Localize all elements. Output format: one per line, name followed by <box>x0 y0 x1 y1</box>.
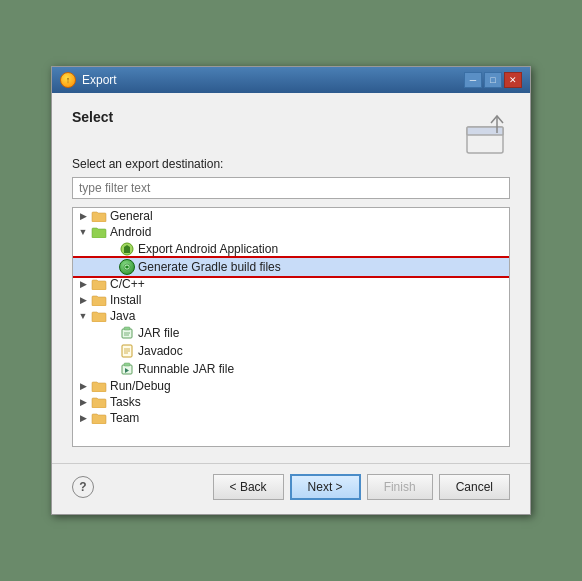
title-bar-left: ↑ Export <box>60 72 117 88</box>
tree-item-run-debug[interactable]: ▶ Run/Debug <box>73 378 509 394</box>
toggle-team: ▶ <box>77 412 89 424</box>
toggle-jar-file <box>105 327 117 339</box>
window-controls: ─ □ ✕ <box>464 72 522 88</box>
label-run-debug: Run/Debug <box>110 379 171 393</box>
label-java: Java <box>110 309 135 323</box>
tree-container[interactable]: ▶ General ▼ Android <box>72 207 510 447</box>
android-app-icon <box>119 241 135 257</box>
toggle-install: ▶ <box>77 294 89 306</box>
footer-buttons: < Back Next > Finish Cancel <box>213 474 510 500</box>
description-text: Select an export destination: <box>72 157 510 171</box>
minimize-button[interactable]: ─ <box>464 72 482 88</box>
next-button[interactable]: Next > <box>290 474 361 500</box>
close-button[interactable]: ✕ <box>504 72 522 88</box>
toggle-javadoc <box>105 345 117 357</box>
gradle-icon <box>119 259 135 275</box>
svg-rect-6 <box>124 327 130 330</box>
tree-item-team[interactable]: ▶ Team <box>73 410 509 426</box>
toggle-java: ▼ <box>77 310 89 322</box>
tree-item-runnable-jar[interactable]: Runnable JAR file <box>73 360 509 378</box>
folder-icon-java <box>91 310 107 322</box>
toggle-runnable-jar <box>105 363 117 375</box>
folder-icon-install <box>91 294 107 306</box>
folder-icon-cpp <box>91 278 107 290</box>
jar-file-icon <box>119 325 135 341</box>
toggle-tasks: ▶ <box>77 396 89 408</box>
tree-item-export-android-app[interactable]: Export Android Application <box>73 240 509 258</box>
toggle-cpp: ▶ <box>77 278 89 290</box>
folder-icon-team <box>91 412 107 424</box>
tree-item-install[interactable]: ▶ Install <box>73 292 509 308</box>
svg-rect-5 <box>122 329 132 338</box>
dialog-icon: ↑ <box>60 72 76 88</box>
tree-item-general[interactable]: ▶ General <box>73 208 509 224</box>
label-export-android-app: Export Android Application <box>138 242 278 256</box>
folder-icon-run-debug <box>91 380 107 392</box>
help-button[interactable]: ? <box>72 476 94 498</box>
dialog-footer: ? < Back Next > Finish Cancel <box>52 463 530 514</box>
tree-item-generate-gradle[interactable]: Generate Gradle build files <box>73 258 509 276</box>
footer-left: ? <box>72 476 94 498</box>
restore-button[interactable]: □ <box>484 72 502 88</box>
tree-item-cpp[interactable]: ▶ C/C++ <box>73 276 509 292</box>
cancel-button[interactable]: Cancel <box>439 474 510 500</box>
back-button[interactable]: < Back <box>213 474 284 500</box>
label-runnable-jar: Runnable JAR file <box>138 362 234 376</box>
window-title: Export <box>82 73 117 87</box>
tree-item-java[interactable]: ▼ Java <box>73 308 509 324</box>
finish-button[interactable]: Finish <box>367 474 433 500</box>
section-title: Select <box>72 109 113 125</box>
toggle-gradle <box>105 261 117 273</box>
javadoc-icon <box>119 343 135 359</box>
tree-item-javadoc[interactable]: Javadoc <box>73 342 509 360</box>
label-cpp: C/C++ <box>110 277 145 291</box>
folder-icon-general <box>91 210 107 222</box>
tree-item-jar-file[interactable]: JAR file <box>73 324 509 342</box>
label-install: Install <box>110 293 141 307</box>
label-javadoc: Javadoc <box>138 344 183 358</box>
runnable-jar-icon <box>119 361 135 377</box>
dialog-body: Select Select an export destination: ▶ <box>52 93 530 463</box>
label-general: General <box>110 209 153 223</box>
export-dialog: ↑ Export ─ □ ✕ Select Select an export d <box>51 66 531 515</box>
toggle-android: ▼ <box>77 226 89 238</box>
title-bar: ↑ Export ─ □ ✕ <box>52 67 530 93</box>
label-tasks: Tasks <box>110 395 141 409</box>
tree-item-android[interactable]: ▼ Android <box>73 224 509 240</box>
toggle-run-debug: ▶ <box>77 380 89 392</box>
label-generate-gradle: Generate Gradle build files <box>138 260 281 274</box>
label-android: Android <box>110 225 151 239</box>
folder-icon-tasks <box>91 396 107 408</box>
label-jar-file: JAR file <box>138 326 179 340</box>
filter-input[interactable] <box>72 177 510 199</box>
toggle-export-app <box>105 243 117 255</box>
label-team: Team <box>110 411 139 425</box>
tree-item-tasks[interactable]: ▶ Tasks <box>73 394 509 410</box>
svg-rect-14 <box>124 363 130 366</box>
toggle-general: ▶ <box>77 210 89 222</box>
export-icon-area <box>460 109 510 157</box>
folder-icon-android <box>91 226 107 238</box>
